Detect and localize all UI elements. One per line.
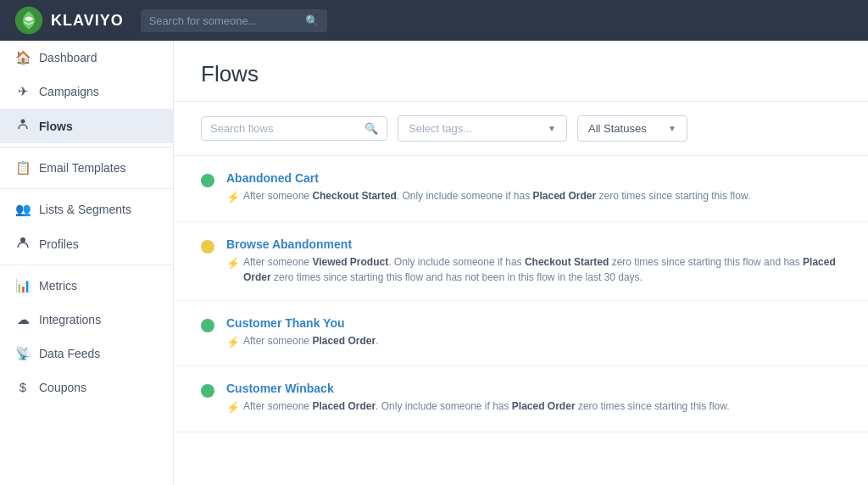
- status-filter-label: All Statuses: [588, 122, 661, 135]
- flow-description: ⚡After someone Viewed Product. Only incl…: [226, 254, 841, 285]
- status-dot: [201, 240, 214, 254]
- flow-name[interactable]: Customer Thank You: [226, 316, 345, 330]
- dashboard-icon: 🏠: [15, 50, 31, 65]
- status-dot: [201, 384, 214, 398]
- sidebar-divider-3: [0, 265, 173, 265]
- profiles-icon: [15, 236, 31, 252]
- flow-info: Customer Thank You⚡After someone Placed …: [226, 316, 841, 351]
- sidebar-item-campaigns[interactable]: ✈ Campaigns: [0, 75, 173, 109]
- sidebar-item-profiles[interactable]: Profiles: [0, 226, 173, 261]
- sidebar: 🏠 Dashboard ✈ Campaigns Flows 📋 Email Te…: [0, 41, 174, 485]
- flow-description: ⚡After someone Placed Order. Only includ…: [226, 399, 841, 416]
- sidebar-item-label: Metrics: [39, 279, 77, 293]
- status-filter[interactable]: All Statuses ▼: [577, 115, 687, 142]
- flow-description: ⚡After someone Checkout Started. Only in…: [226, 188, 841, 206]
- flow-item-customer-winback: Customer Winback⚡After someone Placed Or…: [174, 366, 868, 432]
- chevron-down-icon: ▼: [668, 124, 676, 133]
- flow-desc-text: After someone Placed Order.: [243, 333, 841, 348]
- status-dot: [201, 319, 214, 332]
- sidebar-item-label: Dashboard: [39, 51, 97, 64]
- search-icon: 🔍: [305, 14, 319, 27]
- search-icon: 🔍: [364, 122, 378, 135]
- campaigns-icon: ✈: [15, 84, 31, 99]
- sidebar-item-data-feeds[interactable]: 📡 Data Feeds: [0, 337, 173, 371]
- chevron-down-icon: ▼: [548, 124, 556, 133]
- sidebar-item-metrics[interactable]: 📊 Metrics: [0, 269, 173, 303]
- flow-name[interactable]: Customer Winback: [226, 382, 334, 395]
- sidebar-item-label: Coupons: [39, 381, 86, 394]
- sidebar-item-label: Integrations: [39, 313, 101, 326]
- lightning-icon: ⚡: [226, 334, 240, 351]
- flows-search[interactable]: 🔍: [201, 116, 387, 141]
- flow-info: Browse Abandonment⚡After someone Viewed …: [226, 237, 841, 285]
- flow-info: Customer Winback⚡After someone Placed Or…: [226, 382, 841, 416]
- sidebar-item-label: Flows: [39, 120, 73, 133]
- flow-desc-text: After someone Viewed Product. Only inclu…: [243, 254, 841, 285]
- lightning-icon: ⚡: [226, 399, 240, 416]
- tags-filter-label: Select tags...: [409, 122, 541, 135]
- page-header: Flows: [174, 41, 868, 102]
- sidebar-item-label: Lists & Segments: [39, 203, 131, 216]
- lightning-icon: ⚡: [226, 189, 240, 206]
- sidebar-item-coupons[interactable]: $ Coupons: [0, 371, 173, 404]
- flow-item-abandoned-cart: Abandoned Cart⚡After someone Checkout St…: [174, 156, 868, 222]
- flows-list: Abandoned Cart⚡After someone Checkout St…: [174, 156, 868, 432]
- integrations-icon: ☁: [15, 312, 31, 327]
- coupons-icon: $: [15, 380, 31, 394]
- flow-info: Abandoned Cart⚡After someone Checkout St…: [226, 171, 841, 206]
- filters-bar: 🔍 Select tags... ▼ All Statuses ▼: [174, 102, 868, 156]
- page-title: Flows: [201, 61, 841, 87]
- svg-point-2: [20, 237, 25, 242]
- metrics-icon: 📊: [15, 278, 31, 293]
- status-dot: [201, 174, 214, 187]
- sidebar-divider-2: [0, 188, 173, 189]
- flow-desc-text: After someone Placed Order. Only include…: [243, 399, 841, 414]
- sidebar-item-dashboard[interactable]: 🏠 Dashboard: [0, 41, 173, 75]
- email-templates-icon: 📋: [15, 160, 31, 176]
- svg-point-1: [21, 120, 25, 124]
- flow-item-browse-abandonment: Browse Abandonment⚡After someone Viewed …: [174, 222, 868, 301]
- global-search-input[interactable]: [149, 14, 305, 27]
- sidebar-item-label: Email Templates: [39, 161, 125, 175]
- flow-description: ⚡After someone Placed Order.: [226, 333, 841, 351]
- flows-icon: [15, 118, 31, 134]
- sidebar-item-lists-segments[interactable]: 👥 Lists & Segments: [0, 192, 173, 226]
- logo: KLAVIYO: [14, 5, 124, 36]
- flow-item-customer-thank-you: Customer Thank You⚡After someone Placed …: [174, 301, 868, 367]
- data-feeds-icon: 📡: [15, 346, 31, 361]
- tags-filter[interactable]: Select tags... ▼: [398, 115, 567, 142]
- flows-search-input[interactable]: [210, 122, 364, 135]
- main-content: Flows 🔍 Select tags... ▼ All Statuses ▼ …: [174, 41, 868, 485]
- lists-segments-icon: 👥: [15, 202, 31, 217]
- sidebar-item-integrations[interactable]: ☁ Integrations: [0, 303, 173, 337]
- sidebar-item-label: Campaigns: [39, 85, 99, 98]
- global-search[interactable]: 🔍: [141, 9, 327, 32]
- top-navigation: KLAVIYO 🔍: [0, 0, 868, 41]
- sidebar-item-label: Profiles: [39, 237, 79, 251]
- sidebar-item-email-templates[interactable]: 📋 Email Templates: [0, 151, 173, 185]
- sidebar-item-label: Data Feeds: [39, 347, 100, 360]
- sidebar-item-flows[interactable]: Flows: [0, 109, 173, 143]
- flow-name[interactable]: Abandoned Cart: [226, 171, 319, 185]
- logo-text: KLAVIYO: [51, 12, 124, 30]
- lightning-icon: ⚡: [226, 255, 240, 272]
- flow-desc-text: After someone Checkout Started. Only inc…: [243, 188, 841, 203]
- sidebar-divider-1: [0, 147, 173, 148]
- klaviyo-logo-icon: [14, 5, 44, 36]
- flow-name[interactable]: Browse Abandonment: [226, 237, 352, 251]
